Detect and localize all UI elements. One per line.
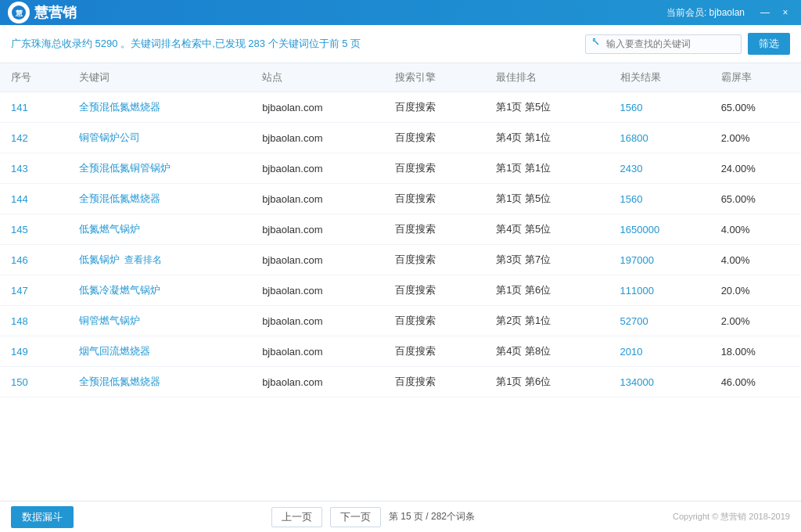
cell-id: 144	[0, 184, 68, 214]
keyword-link[interactable]: 铜管燃气锅炉	[79, 315, 140, 326]
keyword-link[interactable]: 烟气回流燃烧器	[79, 345, 150, 357]
cell-engine: 百度搜索	[384, 367, 485, 397]
cell-site: bjbaolan.com	[251, 306, 384, 336]
cell-dominant: 4.00%	[710, 245, 801, 275]
table-row: 148铜管燃气锅炉bjbaolan.com百度搜索第2页 第1位527002.0…	[0, 306, 801, 336]
cell-keyword: 全预混低氮铜管锅炉	[68, 153, 251, 184]
cell-site: bjbaolan.com	[251, 123, 384, 153]
cell-site: bjbaolan.com	[251, 245, 384, 275]
view-rank-link[interactable]: 查看排名	[124, 254, 162, 265]
cell-related: 2010	[609, 336, 710, 367]
table-row: 143全预混低氮铜管锅炉bjbaolan.com百度搜索第1页 第1位24302…	[0, 153, 801, 184]
data-table-area: 序号 关键词 站点 搜索引擎 最佳排名 相关结果 霸屏率 141全预混低氮燃烧器…	[0, 63, 801, 501]
col-header-id: 序号	[0, 63, 68, 92]
col-header-related: 相关结果	[609, 63, 710, 92]
summary-text: 广东珠海总收录约 5290 。关键词排名检索中,已发现 283 个关键词位于前 …	[11, 37, 361, 51]
copyright-text: Copyright © 慧营销 2018-2019	[673, 511, 790, 523]
cell-engine: 百度搜索	[384, 306, 485, 336]
cell-engine: 百度搜索	[384, 123, 485, 153]
table-row: 146低氮锅炉查看排名bjbaolan.com百度搜索第3页 第7位197000…	[0, 245, 801, 275]
cell-best-rank: 第2页 第1位	[485, 306, 609, 336]
cell-best-rank: 第1页 第6位	[485, 367, 609, 397]
col-header-engine: 搜索引擎	[384, 63, 485, 92]
search-input[interactable]	[606, 38, 735, 49]
cell-dominant: 46.00%	[710, 367, 801, 397]
keyword-link[interactable]: 全预混低氮燃烧器	[79, 192, 160, 204]
cell-id: 150	[0, 367, 68, 397]
cell-site: bjbaolan.com	[251, 153, 384, 184]
cell-engine: 百度搜索	[384, 153, 485, 184]
prev-page-button[interactable]: 上一页	[271, 507, 322, 527]
cell-best-rank: 第4页 第8位	[485, 336, 609, 367]
data-funnel-button[interactable]: 数据漏斗	[11, 506, 74, 528]
cell-related: 1560	[609, 184, 710, 214]
cell-dominant: 65.00%	[710, 184, 801, 214]
logo-icon: 慧	[8, 2, 30, 23]
search-wrapper	[585, 34, 742, 54]
cell-engine: 百度搜索	[384, 275, 485, 306]
app-title: 慧营销	[34, 3, 77, 22]
search-area: 筛选	[585, 33, 790, 55]
keyword-link[interactable]: 低氮燃气锅炉	[79, 223, 140, 235]
cell-engine: 百度搜索	[384, 336, 485, 367]
keyword-link[interactable]: 铜管锅炉公司	[79, 131, 140, 143]
keyword-link[interactable]: 全预混低氮燃烧器	[79, 101, 160, 113]
svg-text:慧: 慧	[15, 9, 23, 17]
cell-id: 145	[0, 214, 68, 245]
cell-keyword: 烟气回流燃烧器	[68, 336, 251, 367]
cell-related: 111000	[609, 275, 710, 306]
titlebar: 慧 慧营销 当前会员: bjbaolan — ×	[0, 0, 801, 25]
search-icon	[592, 38, 603, 51]
cell-id: 146	[0, 245, 68, 275]
table-row: 142铜管锅炉公司bjbaolan.com百度搜索第4页 第1位168002.0…	[0, 123, 801, 153]
cell-keyword: 低氮冷凝燃气锅炉	[68, 275, 251, 306]
col-header-keyword: 关键词	[68, 63, 251, 92]
table-row: 141全预混低氮燃烧器bjbaolan.com百度搜索第1页 第5位156065…	[0, 92, 801, 123]
keyword-link[interactable]: 全预混低氮铜管锅炉	[79, 162, 171, 174]
cell-engine: 百度搜索	[384, 184, 485, 214]
app-logo: 慧 慧营销	[8, 2, 77, 23]
current-user-label: 当前会员: bjbaolan	[666, 6, 745, 20]
pagination: 上一页 下一页 第 15 页 / 282个词条	[271, 507, 475, 527]
cell-best-rank: 第1页 第5位	[485, 92, 609, 123]
cell-keyword: 全预混低氮燃烧器	[68, 92, 251, 123]
table-row: 147低氮冷凝燃气锅炉bjbaolan.com百度搜索第1页 第6位111000…	[0, 275, 801, 306]
cell-dominant: 2.00%	[710, 306, 801, 336]
keywords-table: 序号 关键词 站点 搜索引擎 最佳排名 相关结果 霸屏率 141全预混低氮燃烧器…	[0, 63, 801, 397]
table-body: 141全预混低氮燃烧器bjbaolan.com百度搜索第1页 第5位156065…	[0, 92, 801, 397]
cell-keyword: 铜管锅炉公司	[68, 123, 251, 153]
cell-id: 142	[0, 123, 68, 153]
cell-engine: 百度搜索	[384, 245, 485, 275]
minimize-button[interactable]: —	[757, 5, 773, 20]
cell-dominant: 18.00%	[710, 336, 801, 367]
filter-button[interactable]: 筛选	[748, 33, 790, 55]
cell-related: 16800	[609, 123, 710, 153]
cell-site: bjbaolan.com	[251, 184, 384, 214]
cell-site: bjbaolan.com	[251, 92, 384, 123]
cell-best-rank: 第1页 第5位	[485, 184, 609, 214]
next-page-button[interactable]: 下一页	[330, 507, 381, 527]
keyword-link[interactable]: 低氮冷凝燃气锅炉	[79, 284, 160, 296]
cell-best-rank: 第4页 第5位	[485, 214, 609, 245]
cell-dominant: 2.00%	[710, 123, 801, 153]
window-controls: — ×	[757, 5, 793, 20]
cell-engine: 百度搜索	[384, 214, 485, 245]
keyword-link[interactable]: 低氮锅炉	[79, 253, 120, 265]
cell-site: bjbaolan.com	[251, 367, 384, 397]
table-row: 149烟气回流燃烧器bjbaolan.com百度搜索第4页 第8位201018.…	[0, 336, 801, 367]
cell-id: 147	[0, 275, 68, 306]
cell-related: 2430	[609, 153, 710, 184]
col-header-site: 站点	[251, 63, 384, 92]
cell-best-rank: 第1页 第1位	[485, 153, 609, 184]
cell-keyword: 全预混低氮燃烧器	[68, 367, 251, 397]
table-header: 序号 关键词 站点 搜索引擎 最佳排名 相关结果 霸屏率	[0, 63, 801, 92]
svg-rect-5	[594, 38, 595, 41]
cell-related: 134000	[609, 367, 710, 397]
cell-id: 141	[0, 92, 68, 123]
close-button[interactable]: ×	[778, 5, 793, 20]
cell-id: 148	[0, 306, 68, 336]
footer: 数据漏斗 上一页 下一页 第 15 页 / 282个词条 Copyright ©…	[0, 501, 801, 532]
cell-id: 149	[0, 336, 68, 367]
keyword-link[interactable]: 全预混低氮燃烧器	[79, 376, 160, 387]
cell-dominant: 24.00%	[710, 153, 801, 184]
